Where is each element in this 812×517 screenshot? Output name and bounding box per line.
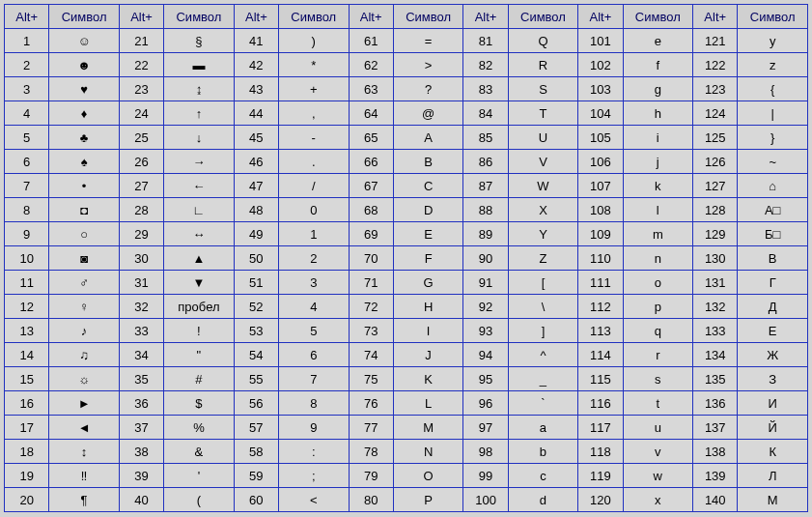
alt-code-cell: 131 [693, 271, 738, 295]
symbol-cell: h [623, 101, 693, 126]
alt-code-cell: 119 [578, 464, 623, 488]
symbol-cell: ► [49, 391, 120, 416]
symbol-cell: / [279, 174, 350, 198]
alt-code-cell: 30 [119, 246, 163, 271]
alt-code-cell: 123 [693, 77, 738, 101]
alt-code-cell: 28 [119, 198, 163, 222]
alt-code-cell: 70 [349, 246, 393, 271]
symbol-cell: 1 [279, 222, 350, 246]
alt-code-cell: 60 [234, 488, 278, 512]
symbol-cell: ○ [49, 222, 120, 246]
alt-code-cell: 58 [234, 440, 278, 464]
alt-code-cell: 116 [578, 391, 623, 416]
alt-code-cell: 29 [119, 222, 163, 246]
alt-code-cell: 25 [119, 126, 163, 150]
symbol-cell: = [393, 29, 463, 53]
alt-code-cell: 71 [349, 271, 393, 295]
symbol-cell: H [393, 295, 463, 319]
alt-code-cell: 45 [234, 126, 278, 150]
symbol-cell: ↕ [49, 440, 120, 464]
symbol-cell: З [738, 367, 808, 391]
symbol-cell: g [623, 77, 693, 101]
symbol-cell: y [738, 29, 808, 53]
alt-code-cell: 37 [119, 416, 163, 440]
alt-code-cell: 73 [349, 319, 393, 343]
symbol-cell: ♥ [49, 77, 120, 101]
symbol-cell: ↔ [164, 222, 235, 246]
alt-code-cell: 140 [693, 488, 738, 512]
alt-code-cell: 122 [693, 53, 738, 77]
symbol-cell: 6 [279, 343, 350, 367]
header-symbol: Символ [279, 5, 350, 29]
alt-code-cell: 121 [693, 29, 738, 53]
alt-code-cell: 65 [349, 126, 393, 150]
table-row: 19‼39'59;79O99c119w139Л [5, 464, 808, 488]
alt-code-cell: 100 [463, 488, 508, 512]
symbol-cell: ♂ [49, 271, 120, 295]
symbol-cell: ) [279, 29, 350, 53]
alt-code-cell: 72 [349, 295, 393, 319]
alt-code-cell: 57 [234, 416, 278, 440]
alt-code-cell: 75 [349, 367, 393, 391]
alt-code-cell: 86 [463, 150, 508, 174]
alt-code-cell: 4 [5, 101, 49, 126]
symbol-cell: p [623, 295, 693, 319]
symbol-cell: B [393, 150, 463, 174]
table-row: 7•27←47/67C87W107k127⌂ [5, 174, 808, 198]
header-symbol: Символ [623, 5, 693, 29]
symbol-cell: R [508, 53, 578, 77]
symbol-cell: Г [738, 271, 808, 295]
symbol-cell: _ [508, 367, 578, 391]
alt-code-cell: 5 [5, 126, 49, 150]
symbol-cell: | [738, 101, 808, 126]
symbol-cell: Z [508, 246, 578, 271]
table-row: 10◙30▲50270F90Z110n130В [5, 246, 808, 271]
table-row: 1☺21§41)61=81Q101e121y [5, 29, 808, 53]
symbol-cell: - [279, 126, 350, 150]
alt-code-cell: 43 [234, 77, 278, 101]
alt-code-cell: 82 [463, 53, 508, 77]
symbol-cell: ♫ [49, 343, 120, 367]
symbol-cell: • [49, 174, 120, 198]
symbol-cell: ? [393, 77, 463, 101]
symbol-cell: 9 [279, 416, 350, 440]
alt-code-cell: 22 [119, 53, 163, 77]
alt-code-cell: 69 [349, 222, 393, 246]
alt-code-cell: 33 [119, 319, 163, 343]
header-symbol: Символ [49, 5, 120, 29]
symbol-cell: # [164, 367, 235, 391]
symbol-cell: \ [508, 295, 578, 319]
symbol-cell: ☼ [49, 367, 120, 391]
header-alt: Alt+ [693, 5, 738, 29]
symbol-cell: j [623, 150, 693, 174]
symbol-cell: ▼ [164, 271, 235, 295]
symbol-cell: ∟ [164, 198, 235, 222]
alt-code-cell: 97 [463, 416, 508, 440]
table-row: 4♦24↑44,64@84T104h124| [5, 101, 808, 126]
alt-code-cell: 15 [5, 367, 49, 391]
symbol-cell: L [393, 391, 463, 416]
alt-code-cell: 59 [234, 464, 278, 488]
alt-code-cell: 17 [5, 416, 49, 440]
header-symbol: Символ [738, 5, 808, 29]
alt-code-cell: 47 [234, 174, 278, 198]
symbol-cell: u [623, 416, 693, 440]
alt-code-cell: 107 [578, 174, 623, 198]
alt-code-cell: 95 [463, 367, 508, 391]
header-symbol: Символ [164, 5, 235, 29]
alt-code-cell: 128 [693, 198, 738, 222]
symbol-cell: i [623, 126, 693, 150]
alt-code-cell: 21 [119, 29, 163, 53]
symbol-cell: U [508, 126, 578, 150]
alt-code-cell: 23 [119, 77, 163, 101]
header-alt: Alt+ [234, 5, 278, 29]
alt-code-cell: 103 [578, 77, 623, 101]
symbol-cell: Y [508, 222, 578, 246]
symbol-cell: } [738, 126, 808, 150]
alt-code-cell: 105 [578, 126, 623, 150]
alt-code-cell: 62 [349, 53, 393, 77]
alt-code-cell: 125 [693, 126, 738, 150]
table-row: 16►36$56876L96`116t136И [5, 391, 808, 416]
symbol-cell: a [508, 416, 578, 440]
symbol-cell: { [738, 77, 808, 101]
